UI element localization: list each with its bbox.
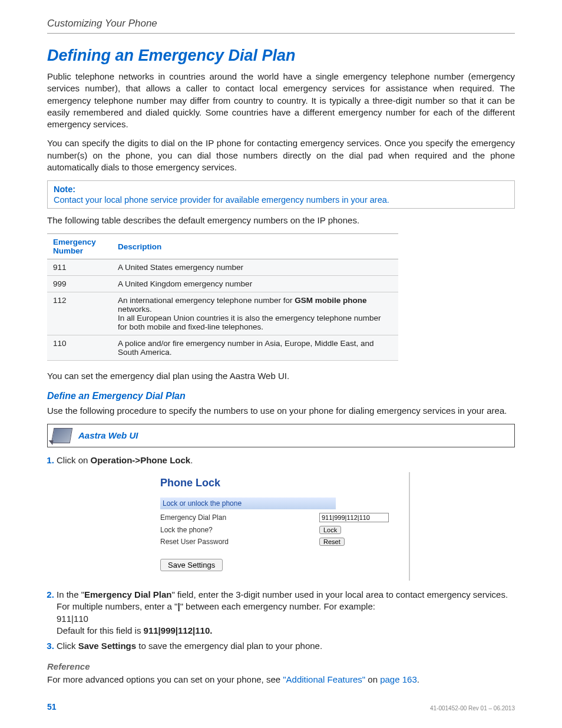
link-page-163[interactable]: page 163: [380, 674, 417, 684]
cell-description: An international emergency telephone num…: [112, 292, 398, 335]
procedure-steps-cont: In the "Emergency Dial Plan" field, ente…: [47, 589, 515, 652]
row-emergency-dial-plan: Emergency Dial Plan: [160, 513, 402, 522]
emergency-numbers-table: Emergency Number Description 911 A Unite…: [47, 233, 398, 361]
col-header-description: Description: [112, 234, 398, 259]
input-emergency-dial-plan[interactable]: [319, 513, 389, 522]
note-text: Contact your local phone service provide…: [54, 195, 389, 205]
document-page: Customizing Your Phone Defining an Emerg…: [0, 0, 562, 728]
row-lock-phone: Lock the phone? Lock: [160, 526, 402, 534]
cell-number: 110: [47, 335, 112, 361]
webui-banner: Aastra Web UI: [47, 424, 515, 447]
note-box: Note: Contact your local phone service p…: [47, 180, 515, 209]
intro-paragraph-1: Public telephone networks in countries a…: [47, 71, 515, 130]
reference-paragraph: For more advanced options you can set on…: [47, 674, 515, 686]
link-additional-features[interactable]: "Additional Features": [283, 674, 365, 684]
save-settings-button[interactable]: Save Settings: [160, 559, 223, 571]
step-2: In the "Emergency Dial Plan" field, ente…: [57, 589, 515, 637]
subheading-define: Define an Emergency Dial Plan: [47, 391, 515, 401]
page-title: Defining an Emergency Dial Plan: [47, 47, 515, 65]
lock-button[interactable]: Lock: [319, 526, 341, 534]
cell-description: A police and/or fire emergency number in…: [112, 335, 398, 361]
step-1: Click on Operation->Phone Lock.: [57, 454, 515, 466]
note-label: Note:: [54, 185, 508, 194]
reference-heading: Reference: [47, 661, 515, 671]
running-header: Customizing Your Phone: [47, 18, 515, 34]
webui-label: Aastra Web UI: [78, 430, 138, 440]
cell-description: A United Kingdom emergency number: [112, 276, 398, 292]
webui-icon: [51, 428, 73, 443]
phone-lock-screenshot: Phone Lock Lock or unlock the phone Emer…: [153, 472, 410, 581]
cell-number: 999: [47, 276, 112, 292]
row-reset-password: Reset User Password Reset: [160, 538, 402, 546]
col-header-number: Emergency Number: [47, 234, 112, 259]
label-lock-phone: Lock the phone?: [160, 526, 319, 534]
table-row: 911 A United States emergency number: [47, 259, 398, 276]
table-row: 110 A police and/or fire emergency numbe…: [47, 335, 398, 361]
table-intro: The following table describes the defaul…: [47, 215, 515, 226]
label-emergency-dial-plan: Emergency Dial Plan: [160, 513, 319, 522]
table-row: 999 A United Kingdom emergency number: [47, 276, 398, 292]
cell-number: 911: [47, 259, 112, 276]
step-3: Click Save Settings to save the emergenc…: [57, 640, 515, 652]
page-number: 51: [47, 702, 57, 711]
page-footer: 51 41-001452-00 Rev 01 – 06.2013: [47, 702, 515, 711]
reset-button[interactable]: Reset: [319, 538, 345, 546]
label-reset-password: Reset User Password: [160, 538, 319, 546]
intro-paragraph-2: You can specify the digits to dial on th…: [47, 137, 515, 173]
procedure-steps: Click on Operation->Phone Lock.: [47, 454, 515, 466]
table-row: 112 An international emergency telephone…: [47, 292, 398, 335]
revision-info: 41-001452-00 Rev 01 – 06.2013: [430, 705, 515, 711]
cell-number: 112: [47, 292, 112, 335]
screenshot-section-header: Lock or unlock the phone: [160, 498, 336, 509]
cell-description: A United States emergency number: [112, 259, 398, 276]
webui-intro: You can set the emergency dial plan usin…: [47, 370, 515, 382]
screenshot-title: Phone Lock: [160, 477, 402, 489]
procedure-intro: Use the following procedure to specify t…: [47, 405, 515, 417]
